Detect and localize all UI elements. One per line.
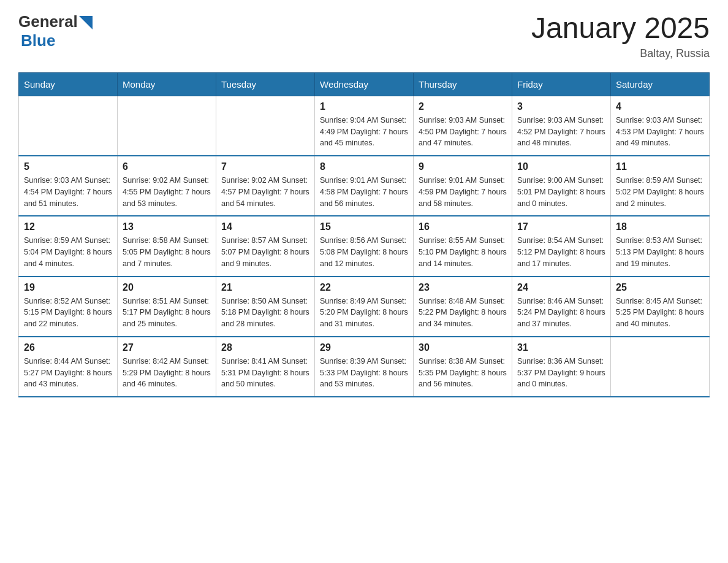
calendar-week-row: 19Sunrise: 8:52 AM Sunset: 5:15 PM Dayli… xyxy=(19,277,710,337)
day-info: Sunrise: 9:03 AM Sunset: 4:50 PM Dayligh… xyxy=(419,115,507,149)
weekday-header-saturday: Saturday xyxy=(611,72,710,96)
calendar-week-row: 5Sunrise: 9:03 AM Sunset: 4:54 PM Daylig… xyxy=(19,156,710,216)
calendar-day-13: 13Sunrise: 8:58 AM Sunset: 5:05 PM Dayli… xyxy=(118,216,216,276)
day-info: Sunrise: 8:54 AM Sunset: 5:12 PM Dayligh… xyxy=(517,235,605,269)
day-info: Sunrise: 8:36 AM Sunset: 5:37 PM Dayligh… xyxy=(517,356,605,390)
calendar-day-25: 25Sunrise: 8:45 AM Sunset: 5:25 PM Dayli… xyxy=(611,277,710,337)
day-info: Sunrise: 9:02 AM Sunset: 4:55 PM Dayligh… xyxy=(123,175,211,209)
day-info: Sunrise: 8:42 AM Sunset: 5:29 PM Dayligh… xyxy=(123,356,211,390)
calendar-day-24: 24Sunrise: 8:46 AM Sunset: 5:24 PM Dayli… xyxy=(512,277,611,337)
day-info: Sunrise: 9:03 AM Sunset: 4:53 PM Dayligh… xyxy=(616,115,704,149)
day-number: 13 xyxy=(123,221,211,232)
weekday-header-row: SundayMondayTuesdayWednesdayThursdayFrid… xyxy=(19,72,710,96)
day-info: Sunrise: 8:52 AM Sunset: 5:15 PM Dayligh… xyxy=(24,296,112,330)
calendar-day-23: 23Sunrise: 8:48 AM Sunset: 5:22 PM Dayli… xyxy=(414,277,512,337)
calendar-empty-cell xyxy=(216,96,315,156)
calendar-body: 1Sunrise: 9:04 AM Sunset: 4:49 PM Daylig… xyxy=(19,96,710,397)
day-number: 22 xyxy=(320,282,408,293)
day-info: Sunrise: 8:58 AM Sunset: 5:05 PM Dayligh… xyxy=(123,235,211,269)
day-info: Sunrise: 8:48 AM Sunset: 5:22 PM Dayligh… xyxy=(419,296,507,330)
calendar-day-14: 14Sunrise: 8:57 AM Sunset: 5:07 PM Dayli… xyxy=(216,216,315,276)
calendar-day-3: 3Sunrise: 9:03 AM Sunset: 4:52 PM Daylig… xyxy=(512,96,611,156)
day-number: 31 xyxy=(517,342,605,353)
day-number: 14 xyxy=(221,221,309,232)
day-number: 9 xyxy=(419,161,507,172)
calendar-day-6: 6Sunrise: 9:02 AM Sunset: 4:55 PM Daylig… xyxy=(118,156,216,216)
calendar-week-row: 26Sunrise: 8:44 AM Sunset: 5:27 PM Dayli… xyxy=(19,337,710,397)
day-info: Sunrise: 8:38 AM Sunset: 5:35 PM Dayligh… xyxy=(419,356,507,390)
day-info: Sunrise: 9:02 AM Sunset: 4:57 PM Dayligh… xyxy=(221,175,309,209)
day-info: Sunrise: 8:39 AM Sunset: 5:33 PM Dayligh… xyxy=(320,356,408,390)
day-number: 7 xyxy=(221,161,309,172)
calendar-day-15: 15Sunrise: 8:56 AM Sunset: 5:08 PM Dayli… xyxy=(315,216,414,276)
day-info: Sunrise: 8:49 AM Sunset: 5:20 PM Dayligh… xyxy=(320,296,408,330)
logo: General Blue xyxy=(18,12,93,50)
weekday-header-sunday: Sunday xyxy=(19,72,118,96)
day-info: Sunrise: 8:50 AM Sunset: 5:18 PM Dayligh… xyxy=(221,296,309,330)
page-header: General Blue January 2025 Baltay, Russia xyxy=(18,12,710,60)
calendar-day-17: 17Sunrise: 8:54 AM Sunset: 5:12 PM Dayli… xyxy=(512,216,611,276)
day-number: 30 xyxy=(419,342,507,353)
calendar-day-7: 7Sunrise: 9:02 AM Sunset: 4:57 PM Daylig… xyxy=(216,156,315,216)
day-info: Sunrise: 8:53 AM Sunset: 5:13 PM Dayligh… xyxy=(616,235,704,269)
day-info: Sunrise: 9:04 AM Sunset: 4:49 PM Dayligh… xyxy=(320,115,408,149)
calendar-week-row: 12Sunrise: 8:59 AM Sunset: 5:04 PM Dayli… xyxy=(19,216,710,276)
month-title: January 2025 xyxy=(531,12,710,45)
calendar-day-5: 5Sunrise: 9:03 AM Sunset: 4:54 PM Daylig… xyxy=(19,156,118,216)
day-number: 26 xyxy=(24,342,112,353)
calendar-day-8: 8Sunrise: 9:01 AM Sunset: 4:58 PM Daylig… xyxy=(315,156,414,216)
calendar-day-12: 12Sunrise: 8:59 AM Sunset: 5:04 PM Dayli… xyxy=(19,216,118,276)
calendar-day-26: 26Sunrise: 8:44 AM Sunset: 5:27 PM Dayli… xyxy=(19,337,118,397)
day-info: Sunrise: 8:44 AM Sunset: 5:27 PM Dayligh… xyxy=(24,356,112,390)
day-number: 1 xyxy=(320,101,408,112)
logo-general-text: General xyxy=(18,12,78,31)
day-info: Sunrise: 8:45 AM Sunset: 5:25 PM Dayligh… xyxy=(616,296,704,330)
day-number: 18 xyxy=(616,221,704,232)
day-number: 12 xyxy=(24,221,112,232)
day-info: Sunrise: 8:59 AM Sunset: 5:02 PM Dayligh… xyxy=(616,175,704,209)
calendar-day-4: 4Sunrise: 9:03 AM Sunset: 4:53 PM Daylig… xyxy=(611,96,710,156)
calendar-day-9: 9Sunrise: 9:01 AM Sunset: 4:59 PM Daylig… xyxy=(414,156,512,216)
svg-marker-0 xyxy=(79,16,93,29)
day-number: 23 xyxy=(419,282,507,293)
logo-blue-text: Blue xyxy=(21,31,55,50)
calendar-day-11: 11Sunrise: 8:59 AM Sunset: 5:02 PM Dayli… xyxy=(611,156,710,216)
weekday-header-wednesday: Wednesday xyxy=(315,72,414,96)
calendar-day-31: 31Sunrise: 8:36 AM Sunset: 5:37 PM Dayli… xyxy=(512,337,611,397)
day-number: 8 xyxy=(320,161,408,172)
calendar-day-29: 29Sunrise: 8:39 AM Sunset: 5:33 PM Dayli… xyxy=(315,337,414,397)
weekday-header-friday: Friday xyxy=(512,72,611,96)
day-number: 15 xyxy=(320,221,408,232)
day-number: 19 xyxy=(24,282,112,293)
calendar-day-21: 21Sunrise: 8:50 AM Sunset: 5:18 PM Dayli… xyxy=(216,277,315,337)
day-info: Sunrise: 8:51 AM Sunset: 5:17 PM Dayligh… xyxy=(123,296,211,330)
day-number: 4 xyxy=(616,101,704,112)
calendar-header: SundayMondayTuesdayWednesdayThursdayFrid… xyxy=(19,72,710,96)
weekday-header-tuesday: Tuesday xyxy=(216,72,315,96)
day-number: 16 xyxy=(419,221,507,232)
calendar-empty-cell xyxy=(118,96,216,156)
day-number: 2 xyxy=(419,101,507,112)
logo-arrow-icon xyxy=(79,16,93,29)
calendar-day-22: 22Sunrise: 8:49 AM Sunset: 5:20 PM Dayli… xyxy=(315,277,414,337)
day-info: Sunrise: 8:56 AM Sunset: 5:08 PM Dayligh… xyxy=(320,235,408,269)
day-number: 27 xyxy=(123,342,211,353)
calendar-day-1: 1Sunrise: 9:04 AM Sunset: 4:49 PM Daylig… xyxy=(315,96,414,156)
day-info: Sunrise: 9:01 AM Sunset: 4:59 PM Dayligh… xyxy=(419,175,507,209)
calendar-day-10: 10Sunrise: 9:00 AM Sunset: 5:01 PM Dayli… xyxy=(512,156,611,216)
weekday-header-monday: Monday xyxy=(118,72,216,96)
day-number: 3 xyxy=(517,101,605,112)
calendar-day-18: 18Sunrise: 8:53 AM Sunset: 5:13 PM Dayli… xyxy=(611,216,710,276)
day-number: 6 xyxy=(123,161,211,172)
title-section: January 2025 Baltay, Russia xyxy=(531,12,710,60)
calendar-empty-cell xyxy=(19,96,118,156)
day-info: Sunrise: 8:55 AM Sunset: 5:10 PM Dayligh… xyxy=(419,235,507,269)
calendar-day-30: 30Sunrise: 8:38 AM Sunset: 5:35 PM Dayli… xyxy=(414,337,512,397)
day-number: 25 xyxy=(616,282,704,293)
calendar-week-row: 1Sunrise: 9:04 AM Sunset: 4:49 PM Daylig… xyxy=(19,96,710,156)
day-number: 5 xyxy=(24,161,112,172)
calendar-day-20: 20Sunrise: 8:51 AM Sunset: 5:17 PM Dayli… xyxy=(118,277,216,337)
day-info: Sunrise: 8:57 AM Sunset: 5:07 PM Dayligh… xyxy=(221,235,309,269)
day-info: Sunrise: 8:59 AM Sunset: 5:04 PM Dayligh… xyxy=(24,235,112,269)
day-number: 10 xyxy=(517,161,605,172)
